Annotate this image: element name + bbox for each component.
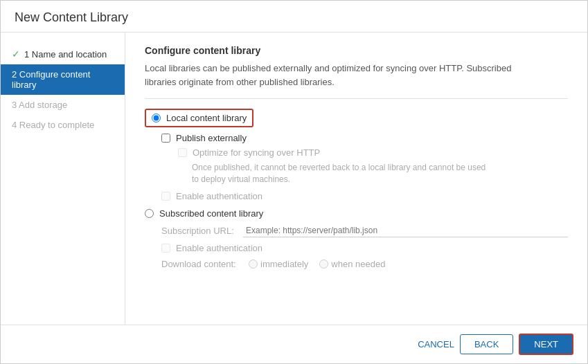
sidebar-step1-label: 1 Name and location [24, 49, 107, 60]
local-library-radio[interactable] [152, 113, 161, 122]
download-content-label: Download content: [161, 259, 238, 269]
optimize-sub-options: Optimize for syncing over HTTP Once publ… [178, 147, 568, 185]
sidebar-item-step1[interactable]: ✓ 1 Name and location [1, 44, 125, 64]
next-button[interactable]: NEXT [519, 334, 573, 355]
subscribed-library-label[interactable]: Subscribed content library [159, 208, 263, 219]
immediately-label: immediately [260, 259, 308, 269]
sidebar-step4-label: 4 Ready to complete [12, 120, 94, 130]
section-divider [145, 98, 568, 99]
sidebar-item-step4: 4 Ready to complete [1, 115, 125, 135]
enable-auth-sub-option: Enable authentication [161, 243, 568, 253]
enable-auth-sub-checkbox[interactable] [161, 244, 170, 253]
enable-auth-sub-label: Enable authentication [176, 243, 262, 253]
sidebar-step2-label: 2 Configure content library [12, 69, 114, 90]
subscription-url-input[interactable] [243, 224, 568, 237]
immediately-option[interactable]: immediately [249, 259, 308, 269]
subscribed-library-option: Subscribed content library [145, 208, 568, 219]
dialog-title: New Content Library [15, 10, 573, 25]
when-needed-option[interactable]: when needed [319, 259, 385, 269]
main-content-area: Configure content library Local librarie… [125, 33, 587, 325]
publish-externally-checkbox[interactable] [161, 134, 170, 143]
local-library-option-highlighted: Local content library [145, 109, 253, 127]
sidebar-item-step3: 3 Add storage [1, 95, 125, 115]
dialog-footer: CANCEL BACK NEXT [1, 325, 587, 363]
enable-auth-local-checkbox[interactable] [161, 192, 170, 201]
desc-line1: Local libraries can be published externa… [145, 63, 511, 73]
section-title: Configure content library [145, 45, 568, 56]
optimize-label: Optimize for syncing over HTTP [193, 147, 320, 158]
subscription-url-row: Subscription URL: [161, 224, 568, 237]
publish-externally-option: Publish externally [161, 133, 568, 143]
subscribed-sub-options: Enable authentication [161, 243, 568, 253]
local-library-label[interactable]: Local content library [166, 113, 247, 123]
optimize-note: Once published, it cannot be reverted ba… [192, 162, 568, 185]
section-description: Local libraries can be published externa… [145, 62, 568, 89]
dialog-header: New Content Library [1, 1, 587, 33]
cancel-button[interactable]: CANCEL [418, 339, 454, 349]
checkmark-icon: ✓ [12, 48, 20, 60]
immediately-radio[interactable] [249, 260, 258, 269]
sidebar-item-step2[interactable]: 2 Configure content library [1, 64, 125, 95]
subscribed-section: Subscribed content library Subscription … [145, 208, 568, 269]
download-options: immediately when needed [249, 259, 385, 269]
desc-line2: libraries originate from other published… [145, 77, 335, 87]
enable-auth-local-label: Enable authentication [176, 191, 262, 201]
dialog-body: ✓ 1 Name and location 2 Configure conten… [1, 33, 587, 325]
when-needed-radio[interactable] [319, 260, 328, 269]
optimize-option: Optimize for syncing over HTTP [178, 147, 568, 158]
subscribed-library-radio[interactable] [145, 209, 154, 218]
local-sub-options: Publish externally Optimize for syncing … [161, 133, 568, 201]
optimize-checkbox[interactable] [178, 148, 187, 157]
enable-auth-local-option: Enable authentication [161, 191, 568, 201]
sidebar-step3-label: 3 Add storage [12, 100, 67, 110]
subscription-url-label: Subscription URL: [161, 226, 238, 236]
back-button[interactable]: BACK [460, 334, 513, 354]
new-content-library-dialog: New Content Library ✓ 1 Name and locatio… [0, 0, 588, 364]
when-needed-label: when needed [331, 259, 385, 269]
publish-externally-label[interactable]: Publish externally [176, 133, 247, 143]
sidebar: ✓ 1 Name and location 2 Configure conten… [1, 33, 125, 325]
download-content-row: Download content: immediately when neede… [161, 259, 568, 269]
